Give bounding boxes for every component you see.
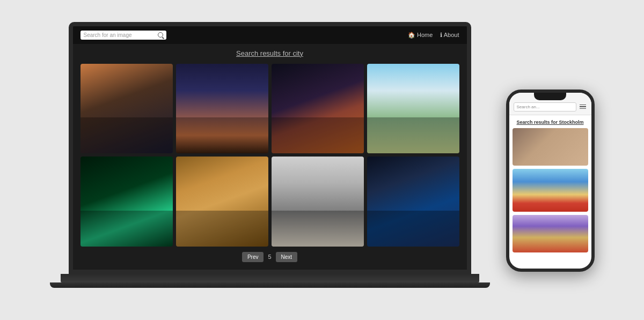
hamburger-menu-icon[interactable] xyxy=(579,103,587,110)
phone-image-1[interactable] xyxy=(513,128,588,166)
image-cell-2[interactable] xyxy=(176,64,268,154)
image-cell-6[interactable] xyxy=(176,157,268,247)
about-link[interactable]: ℹ About xyxy=(440,32,459,39)
page-number: 5 xyxy=(268,254,271,260)
phone-image-3[interactable] xyxy=(513,215,588,252)
image-cell-1[interactable] xyxy=(80,64,173,154)
image-cell-7[interactable] xyxy=(272,157,364,247)
laptop-search-placeholder: Search for an image xyxy=(84,32,156,38)
laptop-device: Search for an image 🏠 Home ℹ About Searc… xyxy=(50,22,490,288)
image-cell-8[interactable] xyxy=(367,157,459,247)
phone-notch xyxy=(534,93,566,100)
image-cell-4[interactable] xyxy=(367,64,459,154)
phone-content: Search results for Stockholm xyxy=(509,115,591,269)
next-button[interactable]: Next xyxy=(276,252,298,262)
phone-search-results-title: Search results for Stockholm xyxy=(513,120,588,125)
scene: Search for an image 🏠 Home ℹ About Searc… xyxy=(50,22,595,299)
nav-links: 🏠 Home ℹ About xyxy=(408,32,459,39)
phone-screen: Search an... Search results for Stockhol… xyxy=(509,93,591,269)
laptop-navbar: Search for an image 🏠 Home ℹ About xyxy=(73,26,467,44)
search-results-title: Search results for city xyxy=(236,49,303,57)
laptop-search-container: Search for an image xyxy=(80,31,166,40)
phone-search-bar[interactable]: Search an... xyxy=(514,102,576,111)
phone-device: Search an... Search results for Stockhol… xyxy=(506,90,595,272)
laptop-foot xyxy=(50,282,490,288)
laptop-content: Search results for city Pre xyxy=(73,44,467,270)
phone-image-2[interactable] xyxy=(513,169,588,212)
image-cell-5[interactable] xyxy=(80,157,173,247)
prev-button[interactable]: Prev xyxy=(242,252,264,262)
home-link[interactable]: 🏠 Home xyxy=(408,32,433,39)
pagination: Prev 5 Next xyxy=(242,252,297,262)
search-icon[interactable] xyxy=(158,32,163,38)
image-cell-3[interactable] xyxy=(272,64,364,154)
laptop-base xyxy=(61,274,479,282)
image-grid xyxy=(80,64,459,247)
laptop-screen: Search for an image 🏠 Home ℹ About Searc… xyxy=(73,26,467,270)
laptop-screen-wrapper: Search for an image 🏠 Home ℹ About Searc… xyxy=(69,22,471,274)
